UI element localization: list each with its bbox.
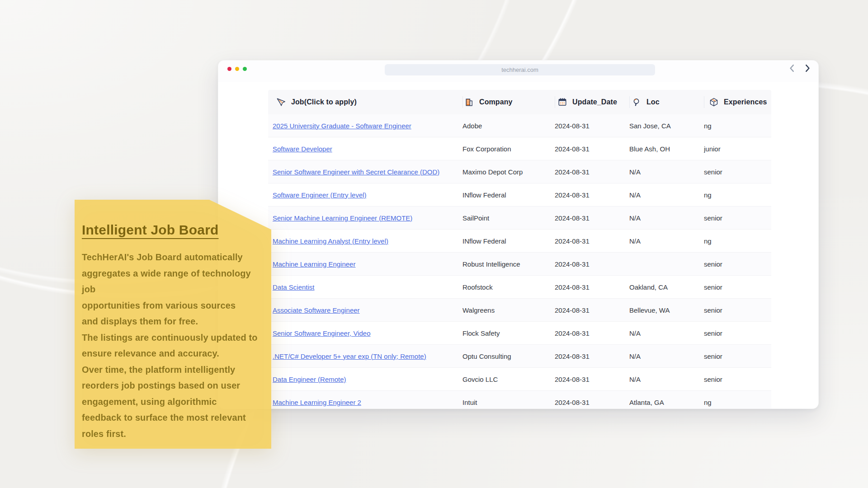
browser-window: techherai.com Job(Click to apply) [218,60,819,409]
loc-cell: N/A [629,168,704,176]
table-row: Associate Software Engineer Walgreens 20… [268,298,771,321]
paper-plane-icon [276,97,286,107]
loc-cell: N/A [629,352,704,360]
forward-button[interactable] [802,63,812,73]
column-label: Company [479,98,513,106]
job-link[interactable]: Machine Learning Engineer [273,260,355,268]
job-cell: Machine Learning Engineer 2 [268,399,462,406]
sticky-note: Intelligent Job Board TechHerAI's Job Bo… [75,200,271,449]
job-link[interactable]: .NET/C# Developer 5+ year exp (TN only; … [273,352,426,360]
table-row: 2025 University Graduate - Software Engi… [268,114,771,137]
experience-cell: senior [704,283,771,291]
job-link[interactable]: Senior Software Engineer with Secret Cle… [273,168,439,176]
update-date-cell: 2024-08-31 [555,237,629,245]
job-board-table: Job(Click to apply) Company Update_Date [268,90,771,409]
experience-cell: senior [704,329,771,337]
desktop-background: techherai.com Job(Click to apply) [0,0,868,488]
update-date-cell: 2024-08-31 [555,122,629,130]
sticky-note-paper: Intelligent Job Board TechHerAI's Job Bo… [75,200,271,449]
company-cell: Flock Safety [462,329,555,337]
experience-cell: senior [704,352,771,360]
experiences-icon [709,97,719,107]
experience-cell: ng [704,399,771,406]
update-date-cell: 2024-08-31 [555,260,629,268]
job-cell: Software Developer [268,145,462,153]
company-cell: INflow Federal [462,237,555,245]
company-cell: Govcio LLC [462,375,555,383]
column-label: Update_Date [572,98,617,106]
table-row: Machine Learning Engineer 2 Intuit 2024-… [268,390,771,409]
company-cell: SailPoint [462,214,555,222]
note-title: Intelligent Job Board [82,222,219,238]
job-cell: Data Engineer (Remote) [268,375,462,383]
company-cell: Robust Intelligence [462,260,555,268]
window-zoom-button[interactable] [243,67,247,71]
company-cell: Intuit [462,399,555,406]
window-minimize-button[interactable] [235,67,239,71]
column-header: Company [462,90,555,114]
column-label: Experiences [724,98,767,106]
job-cell: Machine Learning Analyst (Entry level) [268,237,462,245]
experience-cell: ng [704,237,771,245]
job-link[interactable]: Associate Software Engineer [273,306,360,314]
company-cell: Fox Corporation [462,145,555,153]
experience-cell: senior [704,375,771,383]
table-row: Senior Software Engineer, Video Flock Sa… [268,321,771,344]
update-date-cell: 2024-08-31 [555,283,629,291]
table-row: Machine Learning Analyst (Entry level) I… [268,229,771,252]
experience-cell: senior [704,168,771,176]
back-button[interactable] [787,63,797,73]
job-link[interactable]: Senior Machine Learning Engineer (REMOTE… [273,214,412,222]
loc-cell: Oakland, CA [629,283,704,291]
table-row: Senior Machine Learning Engineer (REMOTE… [268,206,771,229]
update-date-cell: 2024-08-31 [555,168,629,176]
loc-cell: N/A [629,214,704,222]
address-bar[interactable]: techherai.com [385,64,655,75]
loc-cell: N/A [629,329,704,337]
job-link[interactable]: Senior Software Engineer, Video [273,329,371,337]
table-row: .NET/C# Developer 5+ year exp (TN only; … [268,344,771,367]
table-row: Data Scientist Roofstock 2024-08-31 Oakl… [268,275,771,298]
loc-cell: Bellevue, WA [629,306,704,314]
window-titlebar: techherai.com [218,61,818,82]
job-link[interactable]: Software Developer [273,145,332,153]
company-cell: Roofstock [462,283,555,291]
job-cell: Machine Learning Engineer [268,260,462,268]
update-date-cell: 2024-08-31 [555,375,629,383]
experience-cell: ng [704,122,771,130]
loc-cell: N/A [629,191,704,199]
column-label: Job(Click to apply) [291,98,357,106]
loc-cell: San Jose, CA [629,122,704,130]
loc-cell: Atlanta, GA [629,399,704,406]
table-header-row: Job(Click to apply) Company Update_Date [268,90,771,114]
update-date-cell: 2024-08-31 [555,399,629,406]
column-header: Loc [629,90,704,114]
window-controls [227,67,247,71]
chevron-right-icon [802,63,812,73]
job-link[interactable]: Software Engineer (Entry level) [273,191,367,199]
loc-cell: N/A [629,375,704,383]
window-close-button[interactable] [227,67,231,71]
update-date-cell: 2024-08-31 [555,145,629,153]
experience-cell: senior [704,260,771,268]
company-cell: Maximo Depot Corp [462,168,555,176]
job-link[interactable]: Data Engineer (Remote) [273,375,346,383]
update-date-cell: 2024-08-31 [555,352,629,360]
job-link[interactable]: Data Scientist [273,283,315,291]
company-cell: Optu Consulting [462,352,555,360]
job-cell: Associate Software Engineer [268,306,462,314]
job-link[interactable]: Machine Learning Engineer 2 [273,399,361,406]
job-cell: 2025 University Graduate - Software Engi… [268,122,462,130]
job-link[interactable]: 2025 University Graduate - Software Engi… [273,122,411,130]
loc-cell: N/A [629,237,704,245]
update-date-cell: 2024-08-31 [555,214,629,222]
experience-cell: senior [704,214,771,222]
column-header: Job(Click to apply) [268,90,462,114]
job-cell: Senior Software Engineer, Video [268,329,462,337]
job-link[interactable]: Machine Learning Analyst (Entry level) [273,237,388,245]
update-date-cell: 2024-08-31 [555,191,629,199]
nav-buttons [787,63,812,73]
update-date-cell: 2024-08-31 [555,329,629,337]
table-row: Senior Software Engineer with Secret Cle… [268,160,771,183]
job-cell: Senior Machine Learning Engineer (REMOTE… [268,214,462,222]
